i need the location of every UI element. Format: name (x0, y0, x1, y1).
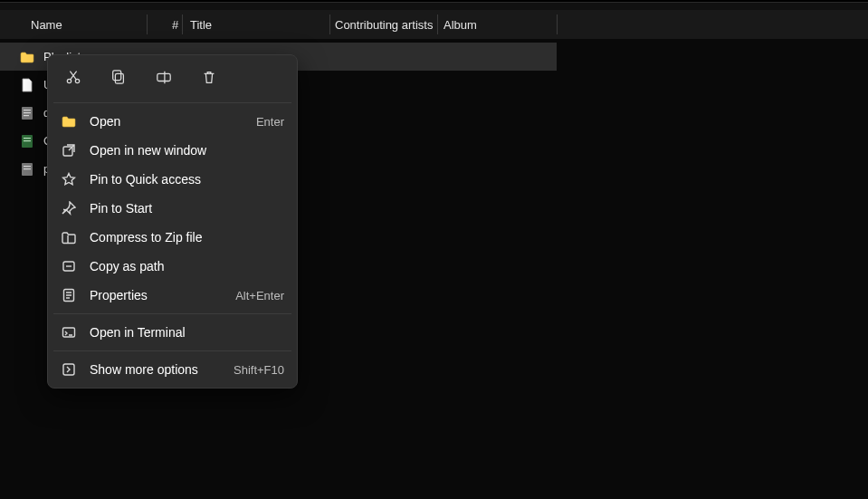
column-header-row: Name # Title Contributing artists Album (0, 10, 868, 39)
svg-rect-8 (24, 166, 31, 167)
rename-icon[interactable] (151, 64, 176, 90)
context-menu: Open Enter Open in new window Pin to Qui… (47, 54, 298, 389)
menu-properties[interactable]: Properties Alt+Enter (48, 281, 297, 310)
menu-label: Copy as path (90, 259, 284, 273)
properties-icon (61, 288, 77, 302)
svg-rect-1 (24, 110, 31, 110)
column-contrib[interactable]: Contributing artists (317, 18, 433, 32)
svg-rect-3 (24, 115, 29, 116)
svg-rect-13 (113, 71, 121, 81)
column-album[interactable]: Album (425, 18, 477, 32)
menu-label: Pin to Quick access (90, 172, 284, 187)
new-window-icon (61, 143, 77, 158)
menu-open-new-window[interactable]: Open in new window (48, 136, 297, 165)
file-icon (20, 106, 34, 120)
file-icon (20, 78, 34, 92)
menu-label: Compress to Zip file (90, 230, 284, 245)
terminal-icon (61, 325, 77, 340)
menu-label: Open in Terminal (90, 325, 284, 340)
menu-compress-zip[interactable]: Compress to Zip file (48, 223, 297, 252)
file-icon (20, 134, 34, 149)
svg-rect-19 (63, 364, 74, 375)
more-options-icon (61, 362, 77, 377)
context-menu-iconrow (48, 61, 297, 99)
menu-show-more-options[interactable]: Show more options Shift+F10 (48, 355, 297, 384)
menu-copy-as-path[interactable]: Copy as path (48, 252, 297, 281)
menu-shortcut: Shift+F10 (234, 363, 284, 377)
svg-rect-5 (24, 138, 31, 139)
svg-rect-9 (24, 168, 31, 169)
column-title[interactable]: Title (172, 18, 212, 32)
copy-icon[interactable] (106, 64, 131, 90)
file-icon (20, 162, 34, 177)
menu-label: Properties (90, 288, 223, 302)
menu-open[interactable]: Open Enter (48, 107, 297, 136)
svg-rect-2 (24, 112, 31, 113)
column-name[interactable]: Name (13, 18, 62, 32)
cut-icon[interactable] (61, 64, 86, 90)
svg-rect-6 (24, 140, 31, 141)
zip-icon (61, 230, 77, 245)
menu-pin-quick-access[interactable]: Pin to Quick access (48, 165, 297, 194)
menu-label: Open (90, 114, 243, 129)
delete-icon[interactable] (196, 64, 222, 90)
menu-label: Pin to Start (90, 201, 284, 216)
path-icon (61, 259, 77, 273)
menu-shortcut: Alt+Enter (235, 289, 284, 302)
star-icon (61, 172, 77, 187)
svg-point-10 (67, 79, 71, 82)
pin-icon (61, 201, 77, 216)
folder-icon (20, 50, 34, 64)
svg-rect-12 (115, 73, 123, 83)
menu-label: Open in new window (90, 143, 284, 158)
svg-point-11 (75, 79, 79, 82)
menu-open-terminal[interactable]: Open in Terminal (48, 318, 297, 347)
folder-icon (61, 114, 77, 129)
menu-label: Show more options (90, 362, 221, 377)
menu-pin-start[interactable]: Pin to Start (48, 194, 297, 223)
svg-rect-14 (157, 73, 170, 81)
menu-shortcut: Enter (256, 115, 284, 129)
